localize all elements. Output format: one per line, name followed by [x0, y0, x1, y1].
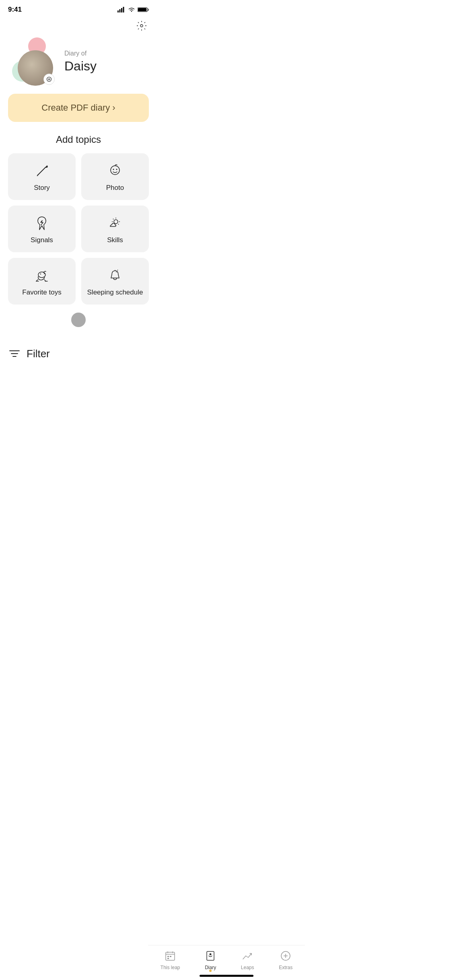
- child-name: Daisy: [64, 59, 145, 74]
- favorite-toys-label: Favorite toys: [22, 288, 61, 296]
- svg-line-22: [118, 224, 119, 224]
- bell-z-icon: z z: [107, 268, 123, 284]
- signals-icon-wrapper: [34, 215, 50, 231]
- status-bar: 9:41: [0, 0, 157, 17]
- svg-point-14: [113, 169, 114, 170]
- add-topics-section: Add topics Story: [0, 134, 157, 339]
- photo-icon-wrapper: [107, 163, 123, 179]
- settings-row: [0, 17, 157, 37]
- favorite-toys-icon-wrapper: [34, 268, 50, 284]
- rocking-horse-icon: [34, 268, 50, 284]
- filter-icon-wrapper: [8, 347, 21, 360]
- edit-avatar-button[interactable]: [43, 74, 55, 85]
- sun-cloud-icon: [107, 215, 123, 231]
- signals-label: Signals: [31, 236, 53, 244]
- story-icon-wrapper: [34, 163, 50, 179]
- face-icon: [107, 163, 123, 179]
- svg-point-24: [40, 274, 41, 274]
- topics-grid: Story Photo Sig: [0, 153, 157, 305]
- svg-line-11: [37, 175, 38, 175]
- settings-button[interactable]: [134, 19, 149, 34]
- add-topics-title: Add topics: [0, 134, 157, 145]
- svg-line-21: [113, 219, 113, 219]
- pencil-icon: [34, 163, 49, 179]
- skills-icon-wrapper: [107, 215, 123, 231]
- svg-rect-2: [121, 8, 122, 12]
- svg-rect-0: [117, 10, 119, 12]
- svg-rect-3: [123, 7, 124, 12]
- svg-rect-1: [119, 9, 121, 12]
- status-icons: [117, 7, 149, 12]
- filter-label: Filter: [27, 348, 50, 360]
- svg-point-16: [114, 220, 118, 224]
- topic-story[interactable]: Story: [8, 153, 76, 200]
- topic-signals[interactable]: Signals: [8, 206, 76, 252]
- sleeping-schedule-label: Sleeping schedule: [87, 288, 143, 296]
- avatar-wrapper: [12, 37, 56, 86]
- svg-rect-5: [138, 8, 146, 11]
- svg-point-6: [140, 25, 143, 27]
- profile-area: Diary of Daisy: [0, 37, 157, 94]
- topic-skills[interactable]: Skills: [81, 206, 149, 252]
- photo-label: Photo: [106, 184, 124, 192]
- settings-icon: [136, 20, 147, 31]
- pagination-dot: [71, 313, 86, 327]
- wifi-icon: [128, 7, 135, 12]
- status-time: 9:41: [8, 6, 22, 14]
- profile-text: Diary of Daisy: [64, 50, 145, 74]
- lightning-icon: [34, 215, 50, 231]
- filter-area: Filter: [0, 339, 157, 364]
- story-label: Story: [34, 184, 50, 192]
- diary-of-label: Diary of: [64, 50, 145, 57]
- svg-point-13: [111, 166, 119, 175]
- filter-icon: [9, 349, 20, 358]
- svg-point-15: [116, 169, 117, 170]
- topic-sleeping-schedule[interactable]: z z Sleeping schedule: [81, 258, 149, 305]
- topic-photo[interactable]: Photo: [81, 153, 149, 200]
- svg-line-10: [38, 167, 45, 175]
- edit-icon: [46, 76, 52, 82]
- sleeping-icon-wrapper: z z: [107, 268, 123, 284]
- create-pdf-button[interactable]: Create PDF diary ›: [8, 94, 149, 122]
- pagination: [0, 313, 157, 327]
- battery-icon: [138, 7, 149, 12]
- svg-text:z: z: [117, 269, 118, 271]
- signal-icon: [117, 7, 126, 12]
- skills-label: Skills: [107, 236, 123, 244]
- topic-favorite-toys[interactable]: Favorite toys: [8, 258, 76, 305]
